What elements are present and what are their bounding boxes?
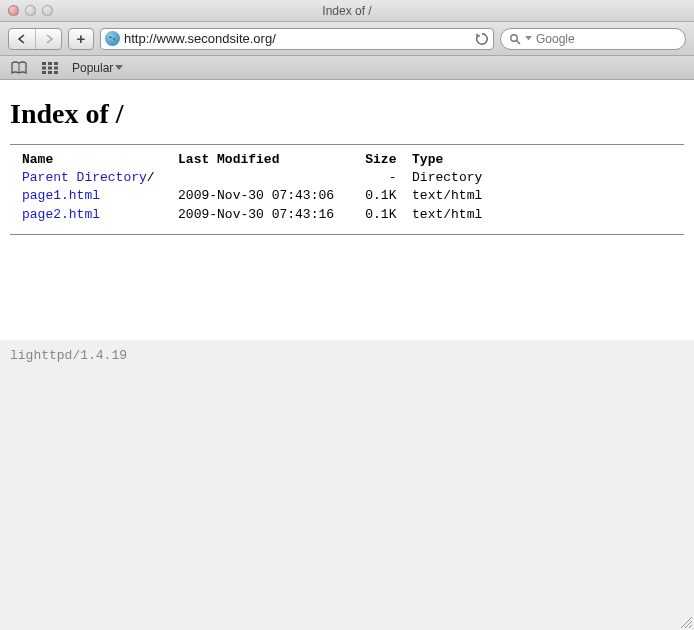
bookmarks-bar: Popular: [0, 56, 694, 80]
svg-line-14: [689, 625, 692, 628]
top-sites-button[interactable]: [42, 62, 58, 74]
svg-point-0: [511, 34, 517, 40]
reading-list-button[interactable]: [10, 61, 28, 75]
footer: lighttpd/1.4.19: [0, 340, 694, 371]
forward-icon: [44, 34, 54, 44]
forward-button[interactable]: [35, 29, 61, 49]
zoom-window-button[interactable]: [42, 5, 53, 16]
plus-icon: +: [77, 30, 86, 47]
svg-rect-3: [42, 62, 46, 65]
resize-handle-icon[interactable]: [678, 614, 693, 629]
add-bookmark-button[interactable]: +: [68, 28, 94, 50]
svg-rect-11: [54, 71, 58, 74]
close-window-button[interactable]: [8, 5, 19, 16]
minimize-window-button[interactable]: [25, 5, 36, 16]
entry-link[interactable]: page1.html: [22, 188, 100, 203]
window-title: Index of /: [322, 4, 371, 18]
entry-link[interactable]: page2.html: [22, 207, 100, 222]
listing-row: page2.html 2009-Nov-30 07:43:16 0.1K tex…: [22, 206, 678, 224]
server-version: lighttpd/1.4.19: [10, 348, 684, 363]
search-dropdown-icon[interactable]: [525, 36, 532, 41]
svg-rect-10: [48, 71, 52, 74]
titlebar: Index of /: [0, 0, 694, 22]
listing-header: Name Last Modified Size Type: [22, 151, 678, 169]
search-bar[interactable]: [500, 28, 686, 50]
grid-icon: [42, 62, 58, 74]
url-input[interactable]: [124, 31, 471, 46]
svg-rect-6: [42, 66, 46, 69]
bottom-rule: [10, 234, 684, 235]
url-bar[interactable]: [100, 28, 494, 50]
svg-line-1: [517, 40, 521, 44]
browser-toolbar: +: [0, 22, 694, 56]
chevron-down-icon: [115, 65, 123, 71]
entry-link[interactable]: Parent Directory: [22, 170, 147, 185]
page-title: Index of /: [10, 98, 684, 130]
back-button[interactable]: [9, 29, 35, 49]
site-favicon-icon: [105, 31, 120, 46]
back-icon: [17, 34, 27, 44]
svg-rect-5: [54, 62, 58, 65]
listing-row: page1.html 2009-Nov-30 07:43:06 0.1K tex…: [22, 187, 678, 205]
listing-row: Parent Directory/ - Directory: [22, 169, 678, 187]
reload-icon[interactable]: [475, 32, 489, 46]
svg-line-13: [685, 621, 692, 628]
svg-rect-9: [42, 71, 46, 74]
svg-rect-8: [54, 66, 58, 69]
svg-rect-4: [48, 62, 52, 65]
popular-label: Popular: [72, 61, 113, 75]
book-icon: [10, 61, 28, 75]
search-icon: [509, 33, 521, 45]
popular-menu[interactable]: Popular: [72, 61, 123, 75]
page-content: Index of / Name Last Modified Size TypeP…: [0, 80, 694, 340]
directory-listing: Name Last Modified Size TypeParent Direc…: [10, 145, 684, 234]
search-input[interactable]: [536, 32, 677, 46]
nav-buttons: [8, 28, 62, 50]
svg-rect-7: [48, 66, 52, 69]
